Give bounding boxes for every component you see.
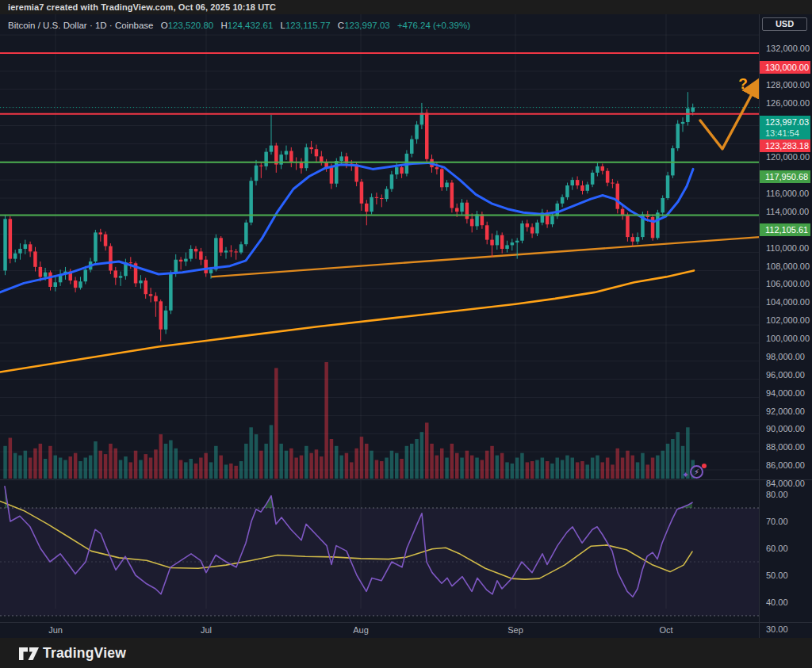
tradingview-logo-icon[interactable] [19,646,40,662]
price-tick: 94,000.00 [766,388,805,398]
level-badge-112105: 112,105.61 [760,223,810,236]
price-tick: 116,000.00 [766,189,809,198]
price-tick: 126,000.00 [766,98,810,108]
price-axis-border [759,14,760,638]
open-label: O [161,21,168,30]
close-value: 123,997.03 [344,21,390,30]
current-price-badge: 123,997.0313:41:54 [760,116,810,139]
tradingview-screenshot: ieremia7 created with TradingView.com, O… [0,0,812,668]
price-tick: 84,000.00 [766,479,805,488]
time-label-sep: Sep [508,625,523,635]
price-pane[interactable]: ? [0,14,760,480]
price-tick: 114,000.00 [766,207,809,216]
currency-toggle-button[interactable]: USD [762,17,807,31]
tradingview-wordmark[interactable]: TradingView [43,645,126,662]
time-axis[interactable]: JunJulAugSepOct [0,623,759,638]
time-label-oct: Oct [659,625,672,635]
price-tick: 106,000.00 [766,279,810,288]
close-label: C [338,21,344,30]
level-badge-123283: 123,283.18 [760,139,810,152]
rsi-pane[interactable] [0,480,760,623]
footer-bar: TradingView [0,638,812,668]
symbol-title[interactable]: Bitcoin / U.S. Dollar [8,21,87,30]
chart-area[interactable]: ? Bitcoin / U.S. Dollar · 1D · Coinbase … [0,14,812,638]
interval-label[interactable]: 1D [95,21,107,30]
question-mark-annotation: ? [738,75,748,92]
high-label: H [220,21,227,30]
time-label-aug: Aug [353,625,369,635]
exchange-label: Coinbase [115,21,154,30]
rsi-tick: 30.00 [766,624,788,634]
change-value: +476.24 (+0.39%) [397,21,470,30]
sparkle-icon: ✦ [682,470,689,480]
price-tick: 102,000.00 [766,315,810,325]
price-tick: 98,000.00 [766,352,805,361]
price-tick: 120,000.00 [766,152,810,162]
rsi-tick: 60.00 [766,544,788,553]
time-label-jun: Jun [48,625,63,635]
symbol-legend[interactable]: Bitcoin / U.S. Dollar · 1D · Coinbase O1… [8,21,470,30]
rsi-tick: 50.00 [766,571,788,580]
price-tick: 128,000.00 [766,80,810,90]
price-tick: 88,000.00 [766,442,805,452]
high-value: 124,432.61 [228,21,274,30]
low-value: 123,115.77 [285,21,331,30]
price-tick: 104,000.00 [766,297,810,307]
price-tick: 96,000.00 [766,370,805,380]
price-tick: 110,000.00 [766,243,809,253]
notification-dot [702,464,707,468]
price-tick: 132,000.00 [766,44,810,53]
price-tick: 90,000.00 [766,424,805,433]
price-tick: 92,000.00 [766,407,805,416]
level-badge-117950: 117,950.68 [760,170,810,183]
rsi-tick: 80.00 [766,490,788,499]
price-tick: 100,000.00 [766,334,810,343]
rsi-tick: 40.00 [766,597,788,607]
rsi-tick: 70.00 [766,517,788,526]
price-tick: 86,000.00 [766,460,805,470]
attribution-text: ieremia7 created with TradingView.com, O… [8,2,276,12]
time-label-jul: Jul [201,625,212,635]
level-badge-130000: 130,000.00 [760,61,810,74]
volume-streak-indicator[interactable]: ✦ ⚡ [682,464,709,483]
attribution-bar: ieremia7 created with TradingView.com, O… [0,0,812,14]
open-value: 123,520.80 [168,21,214,30]
price-tick: 108,000.00 [766,261,810,271]
